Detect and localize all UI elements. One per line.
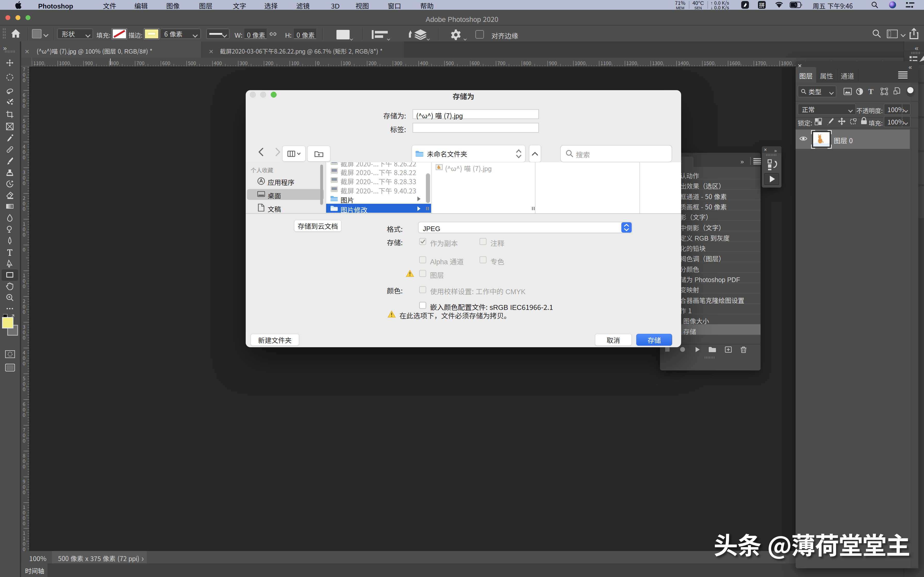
svg-text:拼: 拼 bbox=[759, 0, 765, 9]
